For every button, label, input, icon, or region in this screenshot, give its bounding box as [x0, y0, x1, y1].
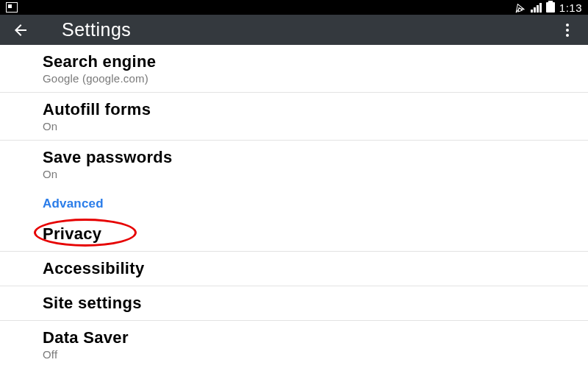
- item-title: Data Saver: [43, 328, 576, 347]
- item-title: Privacy: [43, 224, 576, 244]
- settings-item-accessibility[interactable]: Accessibility: [0, 252, 588, 286]
- item-subtitle: Google (google.com): [43, 72, 576, 85]
- settings-item-data-saver[interactable]: Data Saver Off: [0, 321, 588, 368]
- settings-list: Search engine Google (google.com) Autofi…: [0, 45, 588, 368]
- back-button[interactable]: [10, 20, 31, 40]
- status-time: 1:13: [559, 1, 582, 14]
- overflow-menu-button[interactable]: [557, 20, 578, 40]
- more-vert-icon: [566, 24, 569, 37]
- item-subtitle: Off: [43, 348, 576, 361]
- screenshot-icon: [6, 2, 18, 13]
- item-title: Accessibility: [43, 259, 576, 278]
- item-title: Save passwords: [43, 148, 576, 167]
- arrow-back-icon: [12, 21, 29, 39]
- item-subtitle: On: [43, 168, 576, 180]
- page-title: Settings: [62, 19, 131, 40]
- section-header-advanced: Advanced: [0, 188, 588, 217]
- item-title: Site settings: [43, 294, 576, 313]
- settings-item-save-passwords[interactable]: Save passwords On: [0, 141, 588, 188]
- settings-item-autofill[interactable]: Autofill forms On: [0, 93, 588, 141]
- item-title: Autofill forms: [43, 100, 576, 119]
- nfc-icon: [512, 0, 528, 14]
- status-bar: 1:13: [0, 0, 588, 15]
- battery-icon: [546, 2, 555, 13]
- signal-icon: [531, 3, 542, 13]
- status-left: [6, 2, 18, 13]
- settings-item-site-settings[interactable]: Site settings: [0, 286, 588, 321]
- settings-item-search-engine[interactable]: Search engine Google (google.com): [0, 45, 588, 93]
- status-right: 1:13: [513, 1, 582, 14]
- settings-item-privacy[interactable]: Privacy: [0, 217, 588, 252]
- action-bar: Settings: [0, 15, 588, 45]
- item-title: Search engine: [43, 52, 576, 71]
- item-subtitle: On: [43, 120, 576, 132]
